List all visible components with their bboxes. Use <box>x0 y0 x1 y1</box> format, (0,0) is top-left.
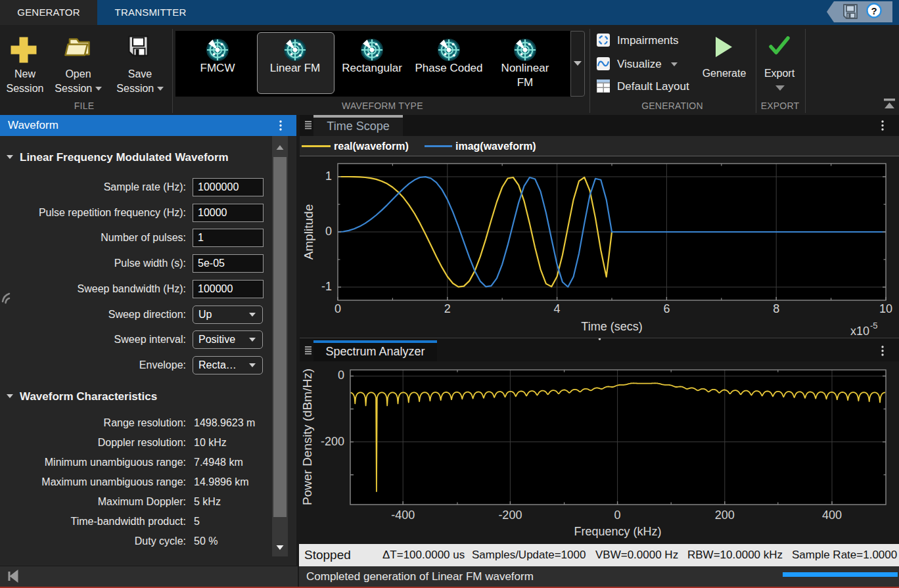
svg-text:8: 8 <box>773 302 779 315</box>
svg-text:6: 6 <box>663 302 670 315</box>
svg-text:0: 0 <box>338 369 344 382</box>
svg-text:Frequency (kHz): Frequency (kHz) <box>574 525 661 538</box>
svg-text:Amplitude: Amplitude <box>302 204 315 260</box>
svg-text:4: 4 <box>554 302 561 315</box>
svg-text:2: 2 <box>444 302 451 315</box>
svg-text:x10: x10 <box>850 325 869 338</box>
svg-text:400: 400 <box>822 509 842 522</box>
svg-text:-1: -1 <box>321 280 332 293</box>
svg-text:200: 200 <box>715 509 735 522</box>
svg-text:0: 0 <box>614 509 621 522</box>
svg-text:-5: -5 <box>870 321 878 330</box>
svg-text:-400: -400 <box>391 509 415 522</box>
svg-text:10: 10 <box>879 302 892 315</box>
svg-text:-200: -200 <box>498 509 522 522</box>
svg-text:1: 1 <box>325 170 332 183</box>
svg-text:0: 0 <box>334 302 341 315</box>
svg-text:0: 0 <box>325 225 332 238</box>
svg-text:Power Density (dBm/Hz): Power Density (dBm/Hz) <box>300 369 314 505</box>
svg-text:?: ? <box>871 5 877 16</box>
svg-text:Time (secs): Time (secs) <box>581 320 642 333</box>
svg-text:-200: -200 <box>321 435 344 448</box>
